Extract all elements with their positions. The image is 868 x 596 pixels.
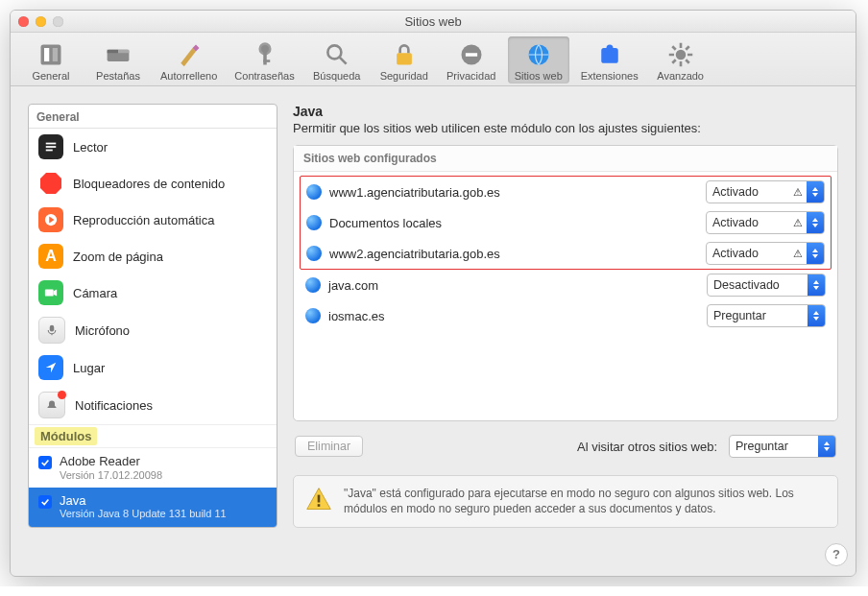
site-host: www1.agenciatributaria.gob.es: [329, 185, 698, 200]
main-panel: Java Permitir que los sitios web utilice…: [293, 104, 838, 528]
globe-icon: [306, 215, 322, 230]
svg-line-23: [686, 60, 689, 63]
plugin-name: Adobe Reader: [60, 454, 162, 469]
svg-rect-26: [46, 143, 57, 145]
tab-privacidad[interactable]: Privacidad: [441, 36, 502, 83]
sidebar-item-zoom[interactable]: A Zoom de página: [29, 238, 277, 274]
site-row[interactable]: java.com Desactivado: [300, 270, 832, 300]
chevron-updown-icon: [818, 436, 835, 457]
site-host: Documentos locales: [329, 216, 698, 230]
websites-icon: [524, 40, 553, 69]
sidebar-item-lector[interactable]: Lector: [29, 129, 277, 165]
sidebar-item-microfono[interactable]: Micrófono: [29, 311, 277, 349]
svg-rect-38: [318, 495, 321, 503]
globe-icon: [306, 246, 322, 261]
warning-box: "Java" está configurado para ejecutarse …: [293, 475, 838, 527]
svg-point-17: [675, 50, 686, 60]
globe-icon: [305, 308, 321, 323]
extensions-icon: [595, 40, 624, 69]
tab-avanzado[interactable]: Avanzado: [650, 36, 711, 83]
checkbox-icon[interactable]: [38, 456, 52, 469]
notification-icon: [38, 392, 65, 418]
help-button[interactable]: ?: [825, 543, 848, 566]
select-value: Activado: [707, 185, 789, 199]
tab-contrasenas[interactable]: Contraseñas: [229, 36, 300, 83]
sidebar-item-label: Bloqueadores de contenido: [73, 177, 225, 191]
tab-sitios-web[interactable]: Sitios web: [508, 36, 569, 83]
tab-pestanas[interactable]: Pestañas: [87, 36, 149, 83]
sidebar-item-label: Notificaciones: [75, 398, 153, 413]
site-row[interactable]: iosmac.es Preguntar: [300, 300, 832, 331]
site-row[interactable]: www1.agenciatributaria.gob.es Activado ⚠…: [301, 177, 831, 207]
plugin-item-java[interactable]: Java Versión Java 8 Update 131 build 11: [29, 488, 277, 527]
sidebar-item-label: Micrófono: [75, 323, 130, 338]
preferences-window: Sitios web General Pestañas Autorrelleno…: [10, 10, 856, 577]
sidebar-item-bloqueadores[interactable]: Bloqueadores de contenido: [29, 165, 277, 202]
sidebar-section-modulos: Módulos: [29, 424, 277, 448]
svg-rect-27: [46, 146, 57, 148]
warning-icon: ⚠︎: [789, 186, 807, 199]
plugin-name: Java: [60, 493, 227, 509]
svg-rect-13: [466, 53, 477, 57]
window-title: Sitios web: [11, 14, 856, 29]
warning-icon: ⚠︎: [789, 248, 807, 260]
bottom-row: Eliminar Al visitar otros sitios web: Pr…: [293, 421, 838, 465]
sidebar-item-label: Cámara: [73, 286, 117, 300]
select-value: Preguntar: [730, 440, 818, 453]
chevron-updown-icon: [808, 274, 825, 296]
svg-point-9: [327, 45, 341, 59]
sidebar: General Lector Bloqueadores de contenido: [28, 104, 277, 528]
sidebar-item-notificaciones[interactable]: Notificaciones: [29, 386, 277, 424]
delete-button[interactable]: Eliminar: [295, 436, 363, 457]
block-icon: [38, 171, 63, 196]
svg-marker-36: [46, 363, 57, 373]
advanced-icon: [666, 40, 695, 69]
globe-icon: [305, 277, 321, 293]
permission-select[interactable]: Desactivado: [707, 274, 826, 297]
sidebar-item-lugar[interactable]: Lugar: [29, 349, 277, 386]
svg-line-24: [672, 60, 676, 63]
svg-rect-5: [118, 50, 129, 54]
permission-select[interactable]: Preguntar: [707, 304, 826, 327]
site-host: iosmac.es: [328, 309, 699, 323]
search-icon: [323, 40, 351, 69]
checkbox-icon[interactable]: [38, 495, 52, 509]
panel-title: Java: [293, 104, 838, 119]
tab-seguridad[interactable]: Seguridad: [374, 36, 435, 83]
svg-line-25: [686, 46, 689, 50]
chevron-updown-icon: [808, 305, 825, 326]
zoom-icon: A: [38, 244, 63, 269]
plugin-item-adobe-reader[interactable]: Adobe Reader Versión 17.012.20098: [29, 448, 277, 488]
highlighted-sites: www1.agenciatributaria.gob.es Activado ⚠…: [300, 176, 832, 270]
tab-extensiones[interactable]: Extensiones: [575, 36, 644, 83]
sidebar-item-camara[interactable]: Cámara: [29, 274, 277, 311]
svg-rect-28: [46, 150, 53, 152]
svg-marker-33: [54, 290, 58, 297]
svg-line-10: [339, 58, 346, 64]
tab-autorrelleno[interactable]: Autorrelleno: [155, 36, 223, 83]
others-select[interactable]: Preguntar: [729, 435, 836, 458]
tab-busqueda[interactable]: Búsqueda: [306, 36, 368, 83]
permission-select[interactable]: Activado ⚠︎: [706, 242, 825, 265]
tab-label: Extensiones: [581, 70, 639, 82]
sidebar-item-label: Lugar: [73, 361, 105, 375]
warning-text: "Java" está configurado para ejecutarse …: [344, 486, 826, 516]
permission-select[interactable]: Activado ⚠︎: [706, 211, 825, 234]
sidebar-list: Lector Bloqueadores de contenido Reprodu…: [29, 129, 277, 527]
plugin-version: Versión Java 8 Update 131 build 11: [60, 508, 227, 520]
warning-icon: ⚠︎: [789, 217, 807, 229]
passwords-icon: [251, 40, 279, 69]
site-row[interactable]: www2.agenciatributaria.gob.es Activado ⚠…: [301, 238, 831, 269]
svg-rect-2: [53, 48, 58, 61]
tabs-icon: [104, 40, 133, 69]
tab-general[interactable]: General: [20, 36, 82, 83]
svg-rect-39: [318, 504, 321, 507]
site-host: java.com: [328, 278, 699, 293]
permission-select[interactable]: Activado ⚠︎: [706, 180, 825, 203]
warning-triangle-icon: [305, 486, 332, 513]
svg-rect-0: [41, 45, 61, 65]
tab-label: Avanzado: [657, 70, 704, 82]
site-row[interactable]: Documentos locales Activado ⚠︎: [301, 207, 831, 238]
play-icon: [38, 207, 63, 232]
sidebar-item-reproduccion[interactable]: Reproducción automática: [29, 202, 277, 238]
